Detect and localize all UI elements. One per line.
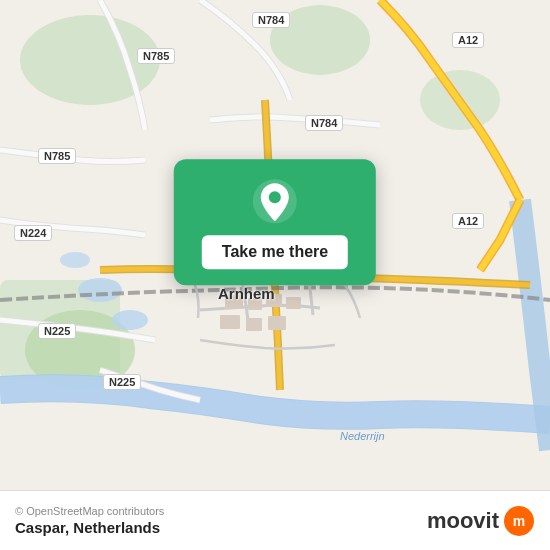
svg-point-8	[60, 252, 90, 268]
moovit-logo: moovit m	[427, 505, 535, 537]
svg-rect-12	[286, 297, 301, 309]
location-pin-icon	[251, 177, 299, 225]
footer-left: © OpenStreetMap contributors Caspar, Net…	[15, 505, 164, 536]
svg-rect-14	[246, 318, 262, 331]
svg-point-7	[112, 310, 148, 330]
svg-rect-13	[220, 315, 240, 329]
water-label: Nederrijn	[340, 430, 385, 442]
road-label-n784-top: N784	[252, 12, 290, 28]
road-label-a12-top: A12	[452, 32, 484, 48]
road-label-n225-b: N225	[103, 374, 141, 390]
road-label-n785-mid: N785	[38, 148, 76, 164]
road-label-n784-mid: N784	[305, 115, 343, 131]
svg-point-17	[269, 191, 281, 203]
city-label: Arnhem	[218, 285, 275, 302]
moovit-icon: m	[503, 505, 535, 537]
road-label-n785-top: N785	[137, 48, 175, 64]
popup-card: Take me there	[174, 159, 376, 285]
footer: © OpenStreetMap contributors Caspar, Net…	[0, 490, 550, 550]
take-me-there-button[interactable]: Take me there	[202, 235, 348, 269]
road-label-a12-bot: A12	[452, 213, 484, 229]
road-label-n225-a: N225	[38, 323, 76, 339]
svg-text:m: m	[513, 513, 525, 529]
road-label-n224: N224	[14, 225, 52, 241]
location-text: Caspar, Netherlands	[15, 519, 164, 536]
copyright-text: © OpenStreetMap contributors	[15, 505, 164, 517]
svg-point-6	[78, 278, 122, 302]
moovit-text: moovit	[427, 508, 499, 534]
map-container: N784 N784 N785 N785 A12 A12 N224 N225 N2…	[0, 0, 550, 490]
svg-rect-15	[268, 316, 286, 330]
